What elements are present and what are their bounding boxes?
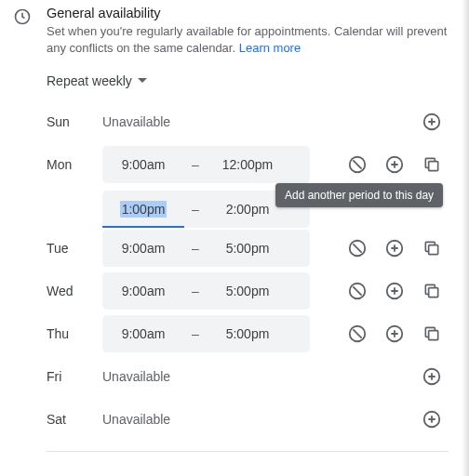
dash: – [184,284,207,298]
add-period-button[interactable] [383,237,406,259]
svg-rect-13 [429,331,438,340]
chevron-down-icon [138,78,147,84]
start-time-input[interactable]: 1:00pm [102,191,184,228]
end-time-input[interactable]: 12:00pm [207,146,288,183]
learn-more-link[interactable]: Learn more [239,41,301,55]
copy-icon[interactable] [421,323,443,345]
unavailable-text: Unavailable [102,401,310,427]
add-period-button[interactable] [421,111,443,133]
divider [47,451,449,452]
copy-icon[interactable] [421,153,443,176]
day-label: Sun [47,103,102,129]
remove-period-button[interactable] [346,280,368,302]
start-time-input[interactable]: 9:00am [102,230,184,267]
dash: – [184,241,207,256]
dash: – [184,157,207,172]
day-row-sun: Sun Unavailable [47,101,449,144]
svg-rect-7 [429,245,438,255]
end-time-input[interactable]: 5:00pm [207,230,288,267]
day-label: Tue [47,230,102,256]
section-subtitle: Set when you're regularly available for … [47,23,449,57]
add-period-button[interactable] [383,153,406,176]
scrollbar-edge [462,0,469,476]
day-label: Sat [47,401,102,427]
clock-icon [13,7,32,29]
end-time-input[interactable]: 5:00pm [207,315,288,352]
day-label: Mon [47,146,102,172]
time-period: 9:00am – 5:00pm [102,272,310,310]
day-row-tue: Tue 9:00am – 5:00pm [47,228,449,271]
unavailable-text: Unavailable [102,103,310,129]
day-label: Thu [47,315,102,341]
svg-rect-10 [429,288,438,298]
remove-period-button[interactable] [346,237,368,259]
dash: – [184,202,207,217]
copy-icon[interactable] [421,237,443,259]
time-period: 9:00am – 5:00pm [102,315,310,352]
day-row-wed: Wed 9:00am – 5:00pm [47,271,449,313]
add-period-button[interactable] [421,365,443,388]
section-title: General availability [47,6,449,20]
start-time-input[interactable]: 9:00am [102,146,184,183]
repeat-dropdown[interactable]: Repeat weekly [47,73,449,88]
day-row-sat: Sat Unavailable [47,399,449,442]
unavailable-text: Unavailable [102,358,310,384]
start-time-input[interactable]: 9:00am [102,272,184,310]
start-time-input[interactable]: 9:00am [102,315,184,352]
tooltip-add-period: Add another period to this day [275,183,443,207]
day-label: Fri [47,358,102,384]
end-time-input[interactable]: 5:00pm [207,272,288,310]
add-period-button[interactable] [383,323,406,345]
time-period: 9:00am – 12:00pm [102,146,310,183]
remove-period-button[interactable] [346,153,368,176]
day-label: Wed [47,272,102,298]
time-period: 9:00am – 5:00pm [102,230,310,267]
dash: – [184,326,207,341]
day-row-fri: Fri Unavailable [47,356,449,399]
add-period-button[interactable] [421,408,443,430]
day-row-thu: Thu 9:00am – 5:00pm [47,313,449,356]
copy-icon[interactable] [421,280,443,302]
add-period-button[interactable] [383,280,406,302]
remove-period-button[interactable] [346,323,368,345]
svg-rect-4 [429,162,438,171]
